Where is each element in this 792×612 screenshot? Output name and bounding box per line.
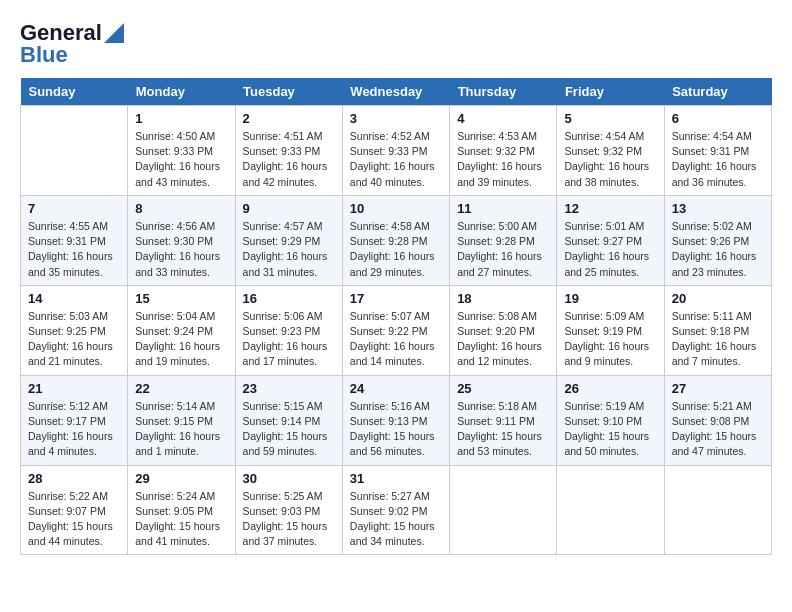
cell-date-number: 21 xyxy=(28,381,120,396)
cell-info-text: Sunrise: 5:16 AM Sunset: 9:13 PM Dayligh… xyxy=(350,399,442,460)
calendar-header-row: SundayMondayTuesdayWednesdayThursdayFrid… xyxy=(21,78,772,106)
cell-info-text: Sunrise: 5:25 AM Sunset: 9:03 PM Dayligh… xyxy=(243,489,335,550)
cell-date-number: 19 xyxy=(564,291,656,306)
cell-info-text: Sunrise: 5:00 AM Sunset: 9:28 PM Dayligh… xyxy=(457,219,549,280)
calendar-cell: 16Sunrise: 5:06 AM Sunset: 9:23 PM Dayli… xyxy=(235,285,342,375)
cell-date-number: 12 xyxy=(564,201,656,216)
cell-info-text: Sunrise: 4:53 AM Sunset: 9:32 PM Dayligh… xyxy=(457,129,549,190)
cell-info-text: Sunrise: 4:58 AM Sunset: 9:28 PM Dayligh… xyxy=(350,219,442,280)
cell-info-text: Sunrise: 5:03 AM Sunset: 9:25 PM Dayligh… xyxy=(28,309,120,370)
cell-info-text: Sunrise: 4:51 AM Sunset: 9:33 PM Dayligh… xyxy=(243,129,335,190)
calendar-cell: 12Sunrise: 5:01 AM Sunset: 9:27 PM Dayli… xyxy=(557,195,664,285)
cell-date-number: 30 xyxy=(243,471,335,486)
cell-date-number: 27 xyxy=(672,381,764,396)
day-header-monday: Monday xyxy=(128,78,235,106)
calendar-cell: 1Sunrise: 4:50 AM Sunset: 9:33 PM Daylig… xyxy=(128,106,235,196)
calendar-cell: 30Sunrise: 5:25 AM Sunset: 9:03 PM Dayli… xyxy=(235,465,342,555)
cell-date-number: 11 xyxy=(457,201,549,216)
cell-info-text: Sunrise: 5:09 AM Sunset: 9:19 PM Dayligh… xyxy=(564,309,656,370)
cell-date-number: 15 xyxy=(135,291,227,306)
calendar-cell: 3Sunrise: 4:52 AM Sunset: 9:33 PM Daylig… xyxy=(342,106,449,196)
calendar-week-row: 14Sunrise: 5:03 AM Sunset: 9:25 PM Dayli… xyxy=(21,285,772,375)
cell-date-number: 22 xyxy=(135,381,227,396)
calendar-cell xyxy=(557,465,664,555)
calendar-cell: 26Sunrise: 5:19 AM Sunset: 9:10 PM Dayli… xyxy=(557,375,664,465)
calendar-cell: 14Sunrise: 5:03 AM Sunset: 9:25 PM Dayli… xyxy=(21,285,128,375)
calendar-cell xyxy=(21,106,128,196)
cell-info-text: Sunrise: 5:15 AM Sunset: 9:14 PM Dayligh… xyxy=(243,399,335,460)
calendar-week-row: 1Sunrise: 4:50 AM Sunset: 9:33 PM Daylig… xyxy=(21,106,772,196)
cell-date-number: 3 xyxy=(350,111,442,126)
calendar-cell xyxy=(664,465,771,555)
cell-date-number: 7 xyxy=(28,201,120,216)
cell-date-number: 9 xyxy=(243,201,335,216)
calendar-cell: 5Sunrise: 4:54 AM Sunset: 9:32 PM Daylig… xyxy=(557,106,664,196)
calendar-cell: 4Sunrise: 4:53 AM Sunset: 9:32 PM Daylig… xyxy=(450,106,557,196)
logo: General Blue xyxy=(20,20,124,68)
cell-info-text: Sunrise: 5:27 AM Sunset: 9:02 PM Dayligh… xyxy=(350,489,442,550)
cell-date-number: 4 xyxy=(457,111,549,126)
day-header-friday: Friday xyxy=(557,78,664,106)
calendar-cell: 20Sunrise: 5:11 AM Sunset: 9:18 PM Dayli… xyxy=(664,285,771,375)
calendar-cell: 10Sunrise: 4:58 AM Sunset: 9:28 PM Dayli… xyxy=(342,195,449,285)
cell-date-number: 10 xyxy=(350,201,442,216)
cell-info-text: Sunrise: 5:08 AM Sunset: 9:20 PM Dayligh… xyxy=(457,309,549,370)
calendar-week-row: 7Sunrise: 4:55 AM Sunset: 9:31 PM Daylig… xyxy=(21,195,772,285)
calendar-cell: 6Sunrise: 4:54 AM Sunset: 9:31 PM Daylig… xyxy=(664,106,771,196)
cell-info-text: Sunrise: 5:19 AM Sunset: 9:10 PM Dayligh… xyxy=(564,399,656,460)
cell-date-number: 5 xyxy=(564,111,656,126)
cell-date-number: 2 xyxy=(243,111,335,126)
cell-date-number: 23 xyxy=(243,381,335,396)
day-header-thursday: Thursday xyxy=(450,78,557,106)
cell-date-number: 14 xyxy=(28,291,120,306)
cell-date-number: 18 xyxy=(457,291,549,306)
calendar-cell: 13Sunrise: 5:02 AM Sunset: 9:26 PM Dayli… xyxy=(664,195,771,285)
cell-info-text: Sunrise: 5:02 AM Sunset: 9:26 PM Dayligh… xyxy=(672,219,764,280)
calendar-cell: 8Sunrise: 4:56 AM Sunset: 9:30 PM Daylig… xyxy=(128,195,235,285)
calendar-cell: 7Sunrise: 4:55 AM Sunset: 9:31 PM Daylig… xyxy=(21,195,128,285)
calendar-cell xyxy=(450,465,557,555)
logo-blue-text: Blue xyxy=(20,42,68,68)
calendar-cell: 23Sunrise: 5:15 AM Sunset: 9:14 PM Dayli… xyxy=(235,375,342,465)
calendar-cell: 25Sunrise: 5:18 AM Sunset: 9:11 PM Dayli… xyxy=(450,375,557,465)
cell-date-number: 17 xyxy=(350,291,442,306)
calendar-cell: 15Sunrise: 5:04 AM Sunset: 9:24 PM Dayli… xyxy=(128,285,235,375)
calendar-table: SundayMondayTuesdayWednesdayThursdayFrid… xyxy=(20,78,772,555)
cell-date-number: 13 xyxy=(672,201,764,216)
cell-info-text: Sunrise: 5:06 AM Sunset: 9:23 PM Dayligh… xyxy=(243,309,335,370)
day-header-tuesday: Tuesday xyxy=(235,78,342,106)
day-header-saturday: Saturday xyxy=(664,78,771,106)
calendar-cell: 11Sunrise: 5:00 AM Sunset: 9:28 PM Dayli… xyxy=(450,195,557,285)
calendar-cell: 2Sunrise: 4:51 AM Sunset: 9:33 PM Daylig… xyxy=(235,106,342,196)
svg-marker-0 xyxy=(104,23,124,43)
cell-date-number: 26 xyxy=(564,381,656,396)
calendar-week-row: 21Sunrise: 5:12 AM Sunset: 9:17 PM Dayli… xyxy=(21,375,772,465)
cell-info-text: Sunrise: 5:01 AM Sunset: 9:27 PM Dayligh… xyxy=(564,219,656,280)
calendar-cell: 27Sunrise: 5:21 AM Sunset: 9:08 PM Dayli… xyxy=(664,375,771,465)
cell-info-text: Sunrise: 4:56 AM Sunset: 9:30 PM Dayligh… xyxy=(135,219,227,280)
calendar-cell: 18Sunrise: 5:08 AM Sunset: 9:20 PM Dayli… xyxy=(450,285,557,375)
cell-date-number: 31 xyxy=(350,471,442,486)
cell-info-text: Sunrise: 5:04 AM Sunset: 9:24 PM Dayligh… xyxy=(135,309,227,370)
cell-date-number: 20 xyxy=(672,291,764,306)
cell-info-text: Sunrise: 5:11 AM Sunset: 9:18 PM Dayligh… xyxy=(672,309,764,370)
cell-info-text: Sunrise: 5:14 AM Sunset: 9:15 PM Dayligh… xyxy=(135,399,227,460)
cell-date-number: 6 xyxy=(672,111,764,126)
cell-info-text: Sunrise: 4:54 AM Sunset: 9:32 PM Dayligh… xyxy=(564,129,656,190)
cell-date-number: 25 xyxy=(457,381,549,396)
cell-info-text: Sunrise: 4:54 AM Sunset: 9:31 PM Dayligh… xyxy=(672,129,764,190)
cell-info-text: Sunrise: 5:22 AM Sunset: 9:07 PM Dayligh… xyxy=(28,489,120,550)
cell-info-text: Sunrise: 5:07 AM Sunset: 9:22 PM Dayligh… xyxy=(350,309,442,370)
day-header-wednesday: Wednesday xyxy=(342,78,449,106)
day-header-sunday: Sunday xyxy=(21,78,128,106)
cell-date-number: 28 xyxy=(28,471,120,486)
cell-info-text: Sunrise: 4:55 AM Sunset: 9:31 PM Dayligh… xyxy=(28,219,120,280)
cell-info-text: Sunrise: 5:21 AM Sunset: 9:08 PM Dayligh… xyxy=(672,399,764,460)
cell-date-number: 8 xyxy=(135,201,227,216)
calendar-cell: 28Sunrise: 5:22 AM Sunset: 9:07 PM Dayli… xyxy=(21,465,128,555)
cell-info-text: Sunrise: 5:12 AM Sunset: 9:17 PM Dayligh… xyxy=(28,399,120,460)
calendar-cell: 22Sunrise: 5:14 AM Sunset: 9:15 PM Dayli… xyxy=(128,375,235,465)
cell-info-text: Sunrise: 4:50 AM Sunset: 9:33 PM Dayligh… xyxy=(135,129,227,190)
calendar-cell: 24Sunrise: 5:16 AM Sunset: 9:13 PM Dayli… xyxy=(342,375,449,465)
calendar-cell: 9Sunrise: 4:57 AM Sunset: 9:29 PM Daylig… xyxy=(235,195,342,285)
